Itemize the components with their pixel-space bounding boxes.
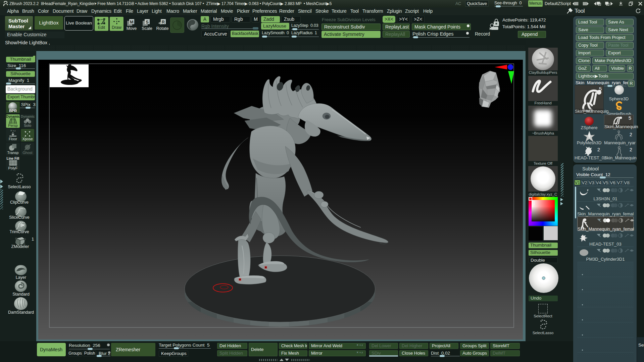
svg-text:S: S	[146, 19, 149, 24]
svg-text:R: R	[162, 19, 165, 24]
svg-text:5: 5	[629, 115, 631, 121]
svg-text:M: M	[130, 19, 134, 24]
svg-text:5: 5	[599, 86, 602, 92]
